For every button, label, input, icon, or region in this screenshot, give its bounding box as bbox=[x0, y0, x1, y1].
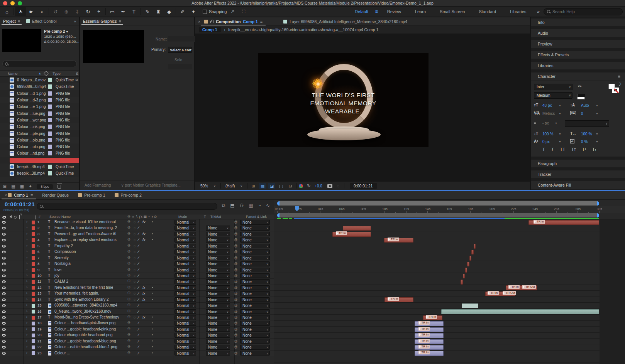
quality-icon[interactable]: ∕ bbox=[138, 321, 139, 325]
collapse-icon[interactable]: ☼ bbox=[133, 273, 136, 278]
shy-icon[interactable]: ⚇ bbox=[127, 321, 130, 325]
layer-color-chip[interactable] bbox=[32, 292, 35, 296]
quality-icon[interactable]: ∕ bbox=[138, 333, 139, 337]
rotation-tool[interactable]: ↻ bbox=[83, 7, 93, 16]
fx-icon[interactable]: fx bbox=[142, 285, 145, 290]
grid-options-icon[interactable]: ⊞ bbox=[250, 183, 257, 189]
shy-icon[interactable]: ⚇ bbox=[127, 327, 130, 331]
parent-dropdown[interactable]: None∨ bbox=[240, 303, 270, 308]
tab-layer[interactable]: Layer 6995086_Artificial Intelligence_Me… bbox=[283, 19, 407, 24]
layer-name[interactable]: Because...e visual. It'll be emotional bbox=[54, 220, 116, 224]
layer-name[interactable]: Sync with the Emotion Library 2 bbox=[54, 297, 109, 302]
trkmat-dropdown[interactable]: None∨ bbox=[206, 279, 230, 284]
shy-icon[interactable]: ⚇ bbox=[127, 232, 130, 236]
interpret-footage-icon[interactable]: ✦ bbox=[29, 184, 32, 189]
mode-dropdown[interactable]: Normal∨ bbox=[174, 220, 196, 225]
search-help-box[interactable] bbox=[544, 8, 623, 15]
pan-camera-tool[interactable]: ⊕ bbox=[61, 7, 72, 16]
mode-dropdown[interactable]: Normal∨ bbox=[174, 279, 196, 284]
layer-name[interactable]: Colour ... headband-pink-flower.png bbox=[54, 321, 115, 325]
file-label-chip[interactable] bbox=[48, 91, 52, 96]
project-file-row[interactable]: 6995086...0.mp4 QuickTime bbox=[0, 83, 79, 90]
snapshot-icon[interactable] bbox=[327, 184, 332, 188]
motion-blur-icon[interactable]: ◔ bbox=[151, 238, 153, 242]
panel-preview[interactable]: Preview bbox=[531, 40, 625, 48]
shy-icon[interactable]: ⚇ bbox=[127, 309, 130, 313]
tracking-value[interactable]: 0 bbox=[581, 111, 583, 116]
reset-exposure-icon[interactable]: ↻ bbox=[305, 183, 312, 189]
quality-icon[interactable]: ∕ bbox=[138, 249, 139, 254]
trkmat-dropdown[interactable]: None∨ bbox=[206, 351, 230, 356]
expand-arrow[interactable]: › bbox=[26, 345, 27, 349]
panel-menu-icon[interactable]: ≡ bbox=[260, 19, 263, 24]
tracking-dropdown-arrow[interactable]: ▼ bbox=[596, 112, 598, 115]
mode-dropdown[interactable]: Normal∨ bbox=[174, 232, 196, 237]
layer-duration-bar[interactable] bbox=[343, 226, 371, 231]
trkmat-dropdown[interactable]: None∨ bbox=[206, 285, 230, 290]
layer-name[interactable]: Compassion bbox=[54, 249, 76, 254]
draft-3d-icon[interactable]: ⬒ bbox=[230, 203, 234, 208]
motion-blur-icon[interactable]: ◔ bbox=[151, 220, 153, 224]
collapse-icon[interactable]: ☼ bbox=[133, 315, 136, 319]
quality-icon[interactable]: ∕ bbox=[138, 238, 139, 242]
collapse-icon[interactable]: ☼ bbox=[133, 249, 136, 254]
shy-icon[interactable]: ⚇ bbox=[127, 339, 130, 343]
layer-row[interactable]: › 5 T Empathy 2 ⚇ ☼ ∕ Normal∨ None∨ @ No… bbox=[0, 243, 274, 249]
expand-arrow[interactable]: › bbox=[26, 268, 27, 271]
vertical-scale-dropdown-arrow[interactable]: ▼ bbox=[559, 133, 561, 135]
parent-dropdown[interactable]: None∨ bbox=[240, 345, 270, 350]
playhead-line[interactable] bbox=[297, 206, 297, 364]
preview-timecode[interactable]: 0:00:01:21 bbox=[350, 183, 377, 189]
layer-name[interactable]: Powered...gy and Emotion-Aware AI bbox=[54, 232, 116, 236]
shy-icon[interactable]: ⚇ bbox=[127, 297, 130, 301]
workspace-learn[interactable]: Learn bbox=[408, 9, 433, 14]
trkmat-dropdown[interactable]: None∨ bbox=[206, 244, 230, 249]
layer-duration-bar[interactable] bbox=[465, 268, 467, 273]
layer-color-chip[interactable] bbox=[32, 232, 35, 236]
layer-name[interactable]: New Emotions felt for the first time bbox=[54, 285, 113, 290]
shy-icon[interactable]: ⚇ bbox=[127, 220, 130, 224]
expand-arrow[interactable]: › bbox=[26, 249, 27, 253]
trkmat-dropdown[interactable]: None∨ bbox=[206, 309, 230, 314]
trkmat-dropdown[interactable]: None∨ bbox=[206, 232, 230, 237]
fx-icon[interactable]: fx bbox=[142, 232, 145, 236]
motion-blur-icon[interactable]: ◔ bbox=[151, 321, 153, 325]
project-bit-depth[interactable]: 8 bpc bbox=[37, 184, 53, 189]
layer-color-chip[interactable] bbox=[32, 280, 35, 284]
font-family-dropdown[interactable]: Inter bbox=[534, 84, 572, 90]
parent-dropdown[interactable]: None∨ bbox=[240, 279, 270, 284]
file-label-chip[interactable] bbox=[48, 84, 52, 89]
mode-dropdown[interactable]: Normal∨ bbox=[174, 297, 196, 302]
mode-dropdown[interactable]: Normal∨ bbox=[174, 339, 196, 344]
stroke-width-value[interactable]: - px bbox=[542, 121, 549, 125]
parent-dropdown[interactable]: None∨ bbox=[240, 315, 270, 320]
shy-icon[interactable]: ⚇ bbox=[127, 249, 130, 253]
panel-overflow-icon[interactable]: » bbox=[74, 19, 79, 24]
current-timecode[interactable]: 0:00:01:21 bbox=[5, 201, 35, 207]
leading-dropdown-arrow[interactable]: ▼ bbox=[596, 104, 598, 107]
stroke-width-dropdown-arrow[interactable]: ▼ bbox=[555, 122, 557, 125]
clone-stamp-tool[interactable]: ♜ bbox=[153, 7, 164, 16]
quality-icon[interactable]: ∕ bbox=[138, 226, 139, 230]
region-of-interest-icon[interactable]: ▢ bbox=[278, 183, 285, 189]
workspace-review[interactable]: Review bbox=[380, 9, 408, 14]
font-size-dropdown-arrow[interactable]: ▼ bbox=[559, 104, 561, 107]
project-file-row[interactable]: Colour ...d-1.png PNG file bbox=[0, 90, 79, 97]
layer-row[interactable]: › 8 T Nostalgia ⚇ ☼ ∕ Normal∨ None∨ @ No… bbox=[0, 261, 274, 267]
layer-row[interactable]: › 2 T From fe...ta, from data to meaning… bbox=[0, 225, 274, 231]
layer-duration-bar[interactable] bbox=[474, 244, 476, 249]
layer-row[interactable]: › 7 T Serenity ⚇ ☼ ∕ Normal∨ None∨ @ Non… bbox=[0, 255, 274, 261]
shy-icon[interactable]: ⚇ bbox=[127, 345, 130, 349]
parent-link-header[interactable]: Parent & Link bbox=[246, 215, 267, 219]
quality-icon[interactable]: ∕ bbox=[138, 315, 139, 319]
time-ruler[interactable]: 0:00s02s04s06s08s10s12s14s16s18s20s22s24… bbox=[274, 206, 625, 213]
mode-dropdown[interactable]: Normal∨ bbox=[174, 303, 196, 308]
layer-color-chip[interactable] bbox=[32, 244, 35, 248]
breadcrumb-comp[interactable]: Comp 1 bbox=[199, 27, 221, 32]
project-file-row[interactable]: Colour ...nd.png PNG file bbox=[0, 150, 79, 157]
shy-icon[interactable]: ⚇ bbox=[127, 315, 130, 319]
file-label-chip[interactable] bbox=[48, 131, 52, 136]
trkmat-dropdown[interactable]: None∨ bbox=[206, 327, 230, 332]
layer-color-chip[interactable] bbox=[32, 351, 35, 355]
quality-icon[interactable]: ∕ bbox=[138, 261, 139, 266]
